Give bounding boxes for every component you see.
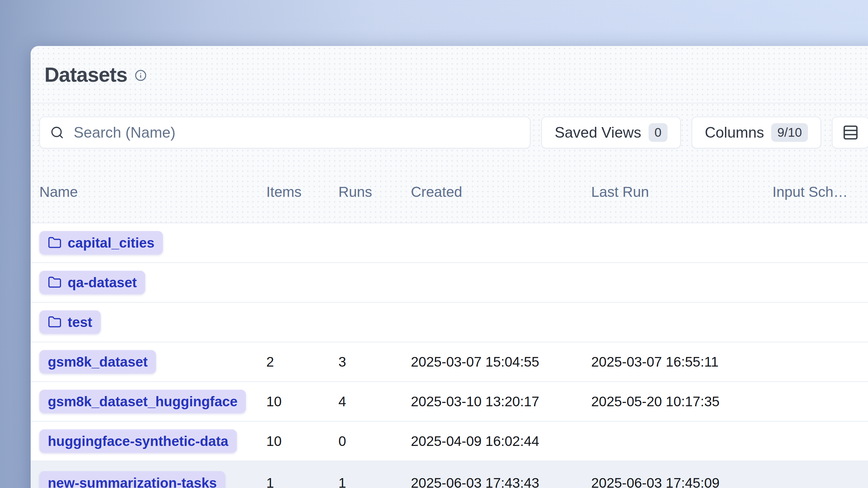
rows-3-icon bbox=[842, 124, 859, 141]
items-cell: 10 bbox=[266, 393, 338, 410]
column-header-input-schema[interactable]: Input Sch… bbox=[772, 184, 868, 200]
dataset-folder-link[interactable]: test bbox=[39, 311, 101, 334]
table-body: capital_cities qa-dataset bbox=[31, 223, 868, 488]
runs-cell: 1 bbox=[338, 475, 411, 488]
folder-icon bbox=[48, 236, 62, 250]
info-icon[interactable] bbox=[135, 69, 147, 82]
search-box[interactable] bbox=[39, 117, 530, 149]
last-run-cell: 2025-06-03 17:45:09 bbox=[591, 475, 772, 488]
table-header-row: Name Items Runs Created Last Run Input S… bbox=[31, 149, 868, 223]
table-row[interactable]: new-summarization-tasks 1 1 2025-06-03 1… bbox=[31, 461, 868, 488]
runs-cell: 3 bbox=[338, 354, 411, 370]
column-header-items[interactable]: Items bbox=[266, 184, 338, 200]
search-icon bbox=[50, 126, 64, 139]
datasets-panel: Datasets Saved Views 0 Columns 9/10 bbox=[31, 46, 868, 488]
column-header-created[interactable]: Created bbox=[411, 184, 591, 200]
created-cell: 2025-03-10 13:20:17 bbox=[411, 393, 591, 410]
dataset-link[interactable]: gsm8k_dataset bbox=[39, 350, 156, 373]
table-row[interactable]: test bbox=[31, 302, 868, 342]
dataset-folder-link[interactable]: qa-dataset bbox=[39, 271, 145, 294]
dataset-link[interactable]: huggingface-synthetic-data bbox=[39, 429, 237, 453]
last-run-cell: 2025-05-20 10:17:35 bbox=[591, 393, 772, 410]
items-cell: 10 bbox=[266, 433, 338, 449]
search-input[interactable] bbox=[73, 124, 520, 141]
row-height-button[interactable] bbox=[832, 117, 868, 149]
columns-label: Columns bbox=[705, 124, 764, 141]
dataset-link[interactable]: new-summarization-tasks bbox=[39, 471, 225, 488]
last-run-cell: 2025-03-07 16:55:11 bbox=[591, 354, 772, 370]
dataset-folder-link[interactable]: capital_cities bbox=[39, 231, 163, 255]
items-cell: 2 bbox=[266, 354, 338, 370]
table-toolbar: Saved Views 0 Columns 9/10 bbox=[39, 117, 868, 149]
table-row[interactable]: capital_cities bbox=[31, 223, 868, 263]
columns-button[interactable]: Columns 9/10 bbox=[691, 117, 821, 149]
created-cell: 2025-04-09 16:02:44 bbox=[411, 433, 591, 449]
dataset-link[interactable]: gsm8k_dataset_huggingface bbox=[39, 390, 246, 413]
created-cell: 2025-06-03 17:43:43 bbox=[411, 475, 591, 488]
page-title: Datasets bbox=[44, 63, 127, 86]
column-header-name[interactable]: Name bbox=[39, 184, 266, 200]
columns-count-badge: 9/10 bbox=[771, 123, 808, 142]
saved-views-button[interactable]: Saved Views 0 bbox=[541, 117, 681, 149]
table-row[interactable]: qa-dataset bbox=[31, 263, 868, 302]
column-header-runs[interactable]: Runs bbox=[338, 184, 411, 200]
saved-views-label: Saved Views bbox=[555, 124, 641, 141]
runs-cell: 4 bbox=[338, 393, 411, 410]
saved-views-count-badge: 0 bbox=[649, 123, 668, 142]
folder-icon bbox=[48, 275, 62, 289]
page-header: Datasets bbox=[31, 46, 868, 103]
items-cell: 1 bbox=[266, 475, 338, 488]
runs-cell: 0 bbox=[338, 433, 411, 449]
column-header-last-run[interactable]: Last Run bbox=[591, 184, 772, 200]
table-row[interactable]: gsm8k_dataset_huggingface 10 4 2025-03-1… bbox=[31, 382, 868, 422]
folder-icon bbox=[48, 315, 62, 329]
table-row[interactable]: huggingface-synthetic-data 10 0 2025-04-… bbox=[31, 422, 868, 461]
created-cell: 2025-03-07 15:04:55 bbox=[411, 354, 591, 370]
table-row[interactable]: gsm8k_dataset 2 3 2025-03-07 15:04:55 20… bbox=[31, 342, 868, 382]
